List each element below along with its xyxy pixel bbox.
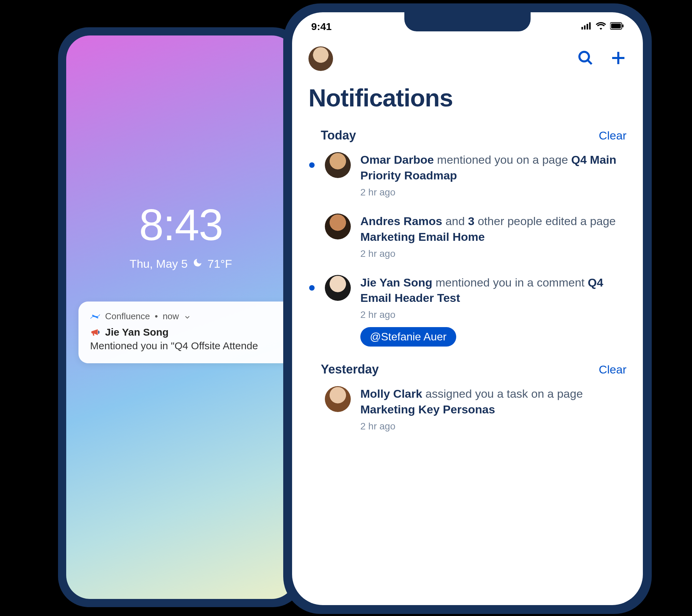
svg-rect-2 bbox=[587, 24, 588, 30]
wifi-icon bbox=[596, 21, 606, 32]
lockscreen-temp: 71°F bbox=[207, 257, 232, 270]
notification-verb: mentioned you on a page bbox=[434, 153, 571, 166]
unread-indicator bbox=[309, 285, 315, 291]
svg-rect-6 bbox=[622, 25, 624, 28]
lockscreen-notification-when: now bbox=[163, 311, 179, 322]
section-header-yesterday: Yesterday Clear bbox=[321, 362, 626, 377]
avatar[interactable] bbox=[325, 275, 351, 301]
notification-verb: other people edited a page bbox=[475, 215, 616, 228]
lockscreen-notification-body: Mentioned you in "Q4 Offsite Attende bbox=[90, 340, 284, 352]
svg-rect-5 bbox=[611, 24, 621, 28]
actor-name: Andres Ramos bbox=[360, 215, 442, 228]
avatar[interactable] bbox=[325, 386, 351, 412]
notification-item[interactable]: Andres Ramos and 3 other people edited a… bbox=[308, 214, 626, 259]
notification-text: Omar Darboe mentioned you on a page Q4 M… bbox=[360, 152, 626, 184]
battery-icon bbox=[610, 21, 624, 32]
notification-text: Molly Clark assigned you a task on a pag… bbox=[360, 386, 626, 417]
lockscreen-notification-header: Confluence • now bbox=[90, 311, 284, 322]
notification-verb: assigned you a task on a page bbox=[422, 387, 583, 400]
notification-text: Andres Ramos and 3 other people edited a… bbox=[360, 214, 626, 245]
notification-time: 2 hr ago bbox=[360, 248, 626, 259]
cellular-icon bbox=[581, 21, 592, 32]
dot-separator: • bbox=[155, 311, 158, 322]
notification-time: 2 hr ago bbox=[360, 187, 626, 198]
svg-point-7 bbox=[579, 52, 589, 61]
confluence-icon bbox=[90, 311, 100, 322]
lockscreen-notification-card[interactable]: Confluence • now Jie Yan Song Mentioned … bbox=[78, 302, 295, 363]
section-header-today: Today Clear bbox=[321, 128, 626, 143]
search-button[interactable] bbox=[577, 50, 594, 68]
lockscreen-time: 8:43 bbox=[66, 199, 295, 250]
section-title: Today bbox=[321, 128, 356, 143]
lockscreen-date: Thu, May 5 bbox=[130, 257, 188, 270]
avatar[interactable] bbox=[325, 152, 351, 178]
svg-line-8 bbox=[588, 60, 592, 64]
svg-rect-0 bbox=[581, 27, 583, 30]
svg-rect-1 bbox=[584, 26, 586, 30]
lockscreen-notification-title-row: Jie Yan Song bbox=[90, 326, 284, 338]
actor-count: 3 bbox=[468, 215, 475, 228]
object-name: Marketing Email Home bbox=[360, 230, 485, 243]
add-button[interactable] bbox=[610, 50, 626, 68]
page-title: Notifications bbox=[308, 84, 453, 112]
lockscreen-date-row: Thu, May 5 71°F bbox=[66, 257, 295, 270]
notification-time: 2 hr ago bbox=[360, 309, 626, 320]
app-screen: 9:41 bbox=[292, 12, 643, 605]
notification-item[interactable]: Jie Yan Song mentioned you in a comment … bbox=[308, 275, 626, 347]
profile-avatar[interactable] bbox=[308, 46, 333, 71]
actor-name: Jie Yan Song bbox=[360, 276, 432, 289]
notification-item[interactable]: Molly Clark assigned you a task on a pag… bbox=[308, 386, 626, 432]
avatar[interactable] bbox=[325, 214, 351, 239]
object-name: Marketing Key Personas bbox=[360, 403, 495, 416]
unread-indicator bbox=[309, 162, 315, 168]
lockscreen-phone-frame: 8:43 Thu, May 5 71°F Confluence • now bbox=[58, 27, 304, 607]
svg-rect-3 bbox=[589, 23, 591, 30]
notifications-list[interactable]: Today Clear Omar Darboe mentioned you on… bbox=[292, 128, 643, 605]
lockscreen: 8:43 Thu, May 5 71°F Confluence • now bbox=[66, 35, 295, 599]
notification-verb: mentioned you in a comment bbox=[432, 276, 588, 289]
notification-verb: and bbox=[442, 215, 468, 228]
app-header bbox=[292, 46, 643, 71]
mention-chip[interactable]: @Stefanie Auer bbox=[360, 327, 456, 347]
chevron-down-icon[interactable] bbox=[184, 313, 191, 320]
notification-item[interactable]: Omar Darboe mentioned you on a page Q4 M… bbox=[308, 152, 626, 198]
clear-button[interactable]: Clear bbox=[599, 363, 626, 376]
moon-icon bbox=[192, 257, 203, 270]
notification-time: 2 hr ago bbox=[360, 421, 626, 432]
app-phone-frame: 9:41 bbox=[283, 3, 652, 614]
actor-name: Molly Clark bbox=[360, 387, 422, 400]
phone-notch bbox=[404, 12, 531, 31]
lockscreen-notification-sender: Jie Yan Song bbox=[105, 326, 169, 338]
lockscreen-notification-app: Confluence bbox=[105, 311, 150, 322]
section-title: Yesterday bbox=[321, 362, 379, 377]
status-indicators bbox=[581, 21, 624, 32]
status-time: 9:41 bbox=[311, 21, 332, 32]
clear-button[interactable]: Clear bbox=[599, 129, 626, 142]
notification-text: Jie Yan Song mentioned you in a comment … bbox=[360, 275, 626, 306]
megaphone-icon bbox=[90, 327, 100, 337]
actor-name: Omar Darboe bbox=[360, 153, 434, 166]
